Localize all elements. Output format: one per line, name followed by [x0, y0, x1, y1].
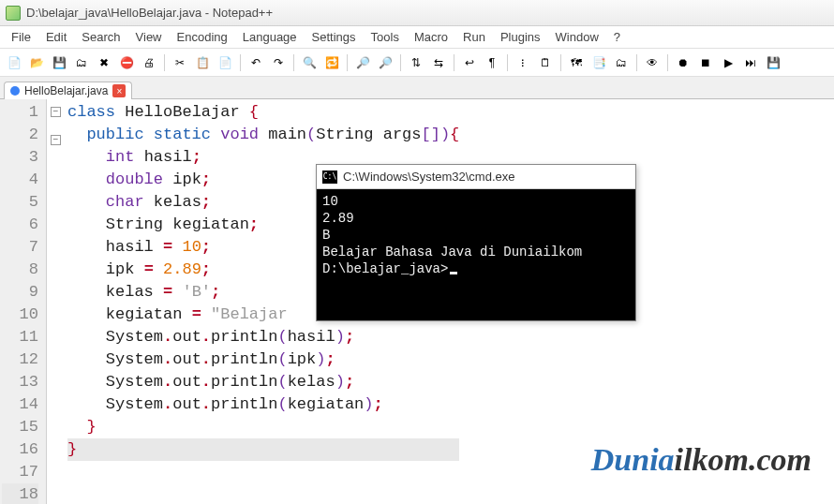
folder-tree-icon[interactable]: 🗂: [611, 52, 632, 73]
zoom-out-icon[interactable]: 🔎: [375, 52, 395, 73]
toolbar: 📄📂💾🗂✖⛔🖨✂📋📄↶↷🔍🔁🔎🔎⇅⇆↩¶⫶🗒🗺📑🗂👁⏺⏹▶⏭💾: [0, 49, 834, 77]
window-title: D:\belajar_java\HelloBelajar.java - Note…: [26, 6, 273, 20]
zoom-in-icon[interactable]: 🔎: [352, 52, 373, 73]
menu-run[interactable]: Run: [455, 28, 493, 46]
redo-icon[interactable]: ↷: [268, 52, 289, 73]
code-line[interactable]: }: [67, 416, 459, 438]
tab-label: HelloBelajar.java: [24, 84, 108, 97]
menu-help[interactable]: ?: [606, 28, 628, 46]
all-chars-icon[interactable]: ¶: [482, 52, 502, 73]
menu-language[interactable]: Language: [235, 28, 305, 46]
cmd-window: C:\ C:\Windows\System32\cmd.exe 102.89BB…: [316, 164, 636, 321]
print-icon[interactable]: 🖨: [139, 52, 159, 73]
menu-edit[interactable]: Edit: [38, 28, 74, 46]
app-icon: [6, 6, 21, 21]
undo-icon[interactable]: ↶: [246, 52, 266, 73]
watermark-part1: Dunia: [591, 442, 675, 477]
code-line[interactable]: System.out.println(ipk);: [67, 348, 459, 371]
func-list-icon[interactable]: 📑: [588, 52, 609, 73]
toolbar-separator: [667, 54, 668, 71]
copy-icon[interactable]: 📋: [192, 52, 213, 73]
titlebar: D:\belajar_java\HelloBelajar.java - Note…: [0, 0, 834, 26]
menubar: FileEditSearchViewEncodingLanguageSettin…: [0, 26, 834, 49]
cmd-line: Belajar Bahasa Java di Duniailkom: [322, 244, 630, 260]
line-number: 10: [2, 304, 38, 326]
fold-column: −−: [47, 99, 64, 504]
replace-icon[interactable]: 🔁: [321, 52, 342, 73]
line-number: 1: [2, 101, 38, 124]
line-number: 12: [2, 348, 38, 371]
cmd-line: 10: [322, 193, 630, 210]
line-number: 2: [2, 124, 38, 146]
wordwrap-icon[interactable]: ↩: [459, 52, 480, 73]
code-line[interactable]: System.out.println(kelas);: [67, 371, 459, 393]
cmd-title: C:\Windows\System32\cmd.exe: [343, 170, 515, 184]
cmd-line: 2.89: [322, 210, 630, 227]
line-number: 4: [2, 169, 38, 191]
toolbar-separator: [293, 54, 294, 71]
menu-view[interactable]: View: [128, 28, 170, 46]
cmd-output[interactable]: 102.89BBelajar Bahasa Java di Duniailkom…: [317, 189, 635, 320]
toolbar-separator: [560, 54, 561, 71]
record-macro-icon[interactable]: ⏺: [673, 52, 693, 73]
code-line[interactable]: class HelloBelajar {: [67, 101, 459, 124]
menu-search[interactable]: Search: [74, 28, 127, 46]
menu-file[interactable]: File: [4, 28, 38, 46]
line-number: 15: [2, 416, 38, 438]
paste-icon[interactable]: 📄: [215, 52, 235, 73]
line-number: 7: [2, 236, 38, 259]
save-icon[interactable]: 💾: [49, 52, 69, 73]
menu-macro[interactable]: Macro: [407, 28, 455, 46]
save-macro-icon[interactable]: 💾: [763, 52, 783, 73]
line-number: 8: [2, 259, 38, 281]
code-line[interactable]: System.out.println(hasil);: [67, 326, 459, 348]
monitor-icon[interactable]: 👁: [642, 52, 663, 73]
sync-h-icon[interactable]: ⇆: [428, 52, 449, 73]
code-line[interactable]: System.out.println(kegiatan);: [67, 393, 459, 416]
fold-toggle-icon[interactable]: −: [51, 107, 61, 117]
tab-status-icon: [10, 86, 20, 96]
line-number: 14: [2, 393, 38, 416]
menu-plugins[interactable]: Plugins: [493, 28, 548, 46]
play-multi-icon[interactable]: ⏭: [740, 52, 761, 73]
line-number: 17: [2, 461, 38, 483]
watermark-logo: Duniailkom.com: [591, 442, 812, 478]
play-macro-icon[interactable]: ▶: [718, 52, 738, 73]
new-file-icon[interactable]: 📄: [4, 52, 24, 73]
line-number: 18: [2, 483, 38, 504]
toolbar-separator: [347, 54, 348, 71]
stop-macro-icon[interactable]: ⏹: [695, 52, 716, 73]
line-number: 5: [2, 191, 38, 214]
cmd-line: B: [322, 227, 630, 244]
line-number: 9: [2, 281, 38, 304]
line-number: 6: [2, 214, 38, 236]
toolbar-separator: [400, 54, 401, 71]
close-all-icon[interactable]: ⛔: [116, 52, 137, 73]
sync-v-icon[interactable]: ⇅: [406, 52, 426, 73]
menu-window[interactable]: Window: [548, 28, 606, 46]
cmd-titlebar[interactable]: C:\ C:\Windows\System32\cmd.exe: [317, 165, 635, 189]
save-all-icon[interactable]: 🗂: [71, 52, 92, 73]
doc-map-icon[interactable]: 🗺: [566, 52, 587, 73]
tab-hellobelajar[interactable]: HelloBelajar.java ×: [4, 82, 132, 99]
cmd-cursor: [450, 272, 457, 274]
lang-udl-icon[interactable]: 🗒: [535, 52, 556, 73]
line-number: 16: [2, 438, 38, 461]
line-gutter: 123456789101112131415161718: [0, 99, 47, 504]
find-icon[interactable]: 🔍: [299, 52, 320, 73]
cut-icon[interactable]: ✂: [170, 52, 190, 73]
tab-close-icon[interactable]: ×: [112, 84, 126, 97]
fold-toggle-icon[interactable]: −: [51, 135, 61, 145]
open-folder-icon[interactable]: 📂: [26, 52, 47, 73]
watermark-part2: ilkom.com: [675, 442, 812, 477]
indent-guide-icon[interactable]: ⫶: [513, 52, 533, 73]
code-line[interactable]: public static void main(String args[]){: [67, 124, 459, 146]
menu-encoding[interactable]: Encoding: [170, 28, 235, 46]
code-line[interactable]: }: [67, 438, 459, 461]
menu-settings[interactable]: Settings: [305, 28, 364, 46]
toolbar-separator: [507, 54, 508, 71]
tab-strip: HelloBelajar.java ×: [0, 77, 834, 99]
close-icon[interactable]: ✖: [94, 52, 114, 73]
toolbar-separator: [240, 54, 241, 71]
menu-tools[interactable]: Tools: [364, 28, 407, 46]
